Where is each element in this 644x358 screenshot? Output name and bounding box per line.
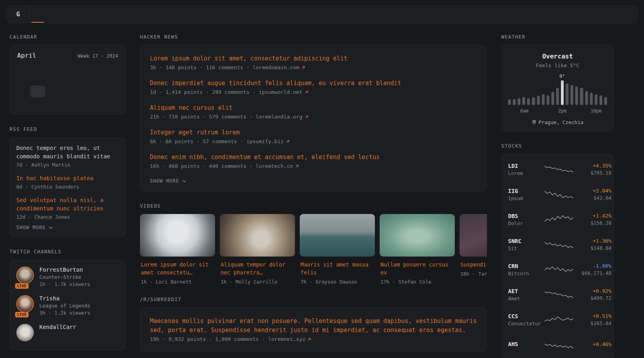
calendar-day[interactable]	[45, 86, 60, 97]
calendar-day[interactable]	[60, 74, 75, 86]
stock-id: SNRC Sit	[508, 238, 545, 251]
app-logo[interactable]: G	[7, 6, 30, 23]
stock-symbol[interactable]: AET	[508, 288, 545, 294]
external-link-icon[interactable]	[301, 66, 305, 70]
hackernews-item-title[interactable]: Aliquam nec cursus elit	[150, 103, 477, 113]
calendar-day[interactable]	[90, 97, 105, 109]
stock-name: Sit	[508, 245, 545, 251]
rss-item-title[interactable]: Sed volutpat nulla nisl, a condimentum n…	[16, 196, 119, 213]
calendar-day[interactable]	[16, 74, 30, 86]
stock-row[interactable]: IIG Ipsum +2.84% $42.04	[508, 182, 607, 207]
video-thumbnail[interactable]	[380, 214, 455, 257]
video-card[interactable]: Aliquam tempor dolor nec pharetra… 1h · …	[220, 214, 295, 285]
video-thumbnail[interactable]	[300, 214, 375, 257]
stock-symbol[interactable]: AHS	[508, 341, 545, 347]
page-tab[interactable]	[70, 6, 82, 23]
hackernews-item-title[interactable]: Integer eget rutrum lorem	[150, 128, 477, 137]
calendar-day[interactable]	[16, 97, 30, 109]
weather-location[interactable]: Prague, Czechia	[508, 119, 607, 125]
calendar-day[interactable]	[60, 97, 75, 109]
page-tab[interactable]	[57, 6, 70, 23]
stock-symbol[interactable]: DBS	[508, 213, 545, 219]
stock-row[interactable]: AET Amet +0.92% $499.72	[508, 282, 607, 307]
video-title[interactable]: Lorem ipsum dolor sit amet consectetu…	[141, 261, 214, 276]
video-title[interactable]: Mauris sit amet massa felis	[301, 261, 374, 276]
stock-values: +2.84% $42.04	[573, 188, 611, 201]
hackernews-item-title[interactable]: Donec enim nibh, condimentum et accumsan…	[150, 153, 477, 162]
calendar-day[interactable]	[30, 97, 45, 109]
subreddit-list: Maecenas mollis pulvinar erat non posuer…	[150, 317, 477, 342]
twitch-channel[interactable]: KendallCarr	[16, 324, 119, 341]
video-card[interactable]: Nullam posuere cursus ex 17h · Stefan Co…	[380, 214, 455, 285]
calendar-day[interactable]	[90, 86, 105, 97]
calendar-day[interactable]	[30, 74, 45, 86]
video-title[interactable]: Nullam posuere cursus ex	[380, 261, 454, 276]
calendar-day[interactable]	[16, 86, 30, 97]
stock-row[interactable]: LDI Lorem +4.35% $795.18	[508, 157, 607, 182]
video-card[interactable]: Mauris sit amet massa felis 7h · Grayson…	[300, 214, 375, 285]
stock-price: $795.18	[573, 170, 611, 176]
calendar-day[interactable]	[45, 97, 60, 109]
hackernews-item-title[interactable]: Donec imperdiet augue tincidunt felis al…	[150, 79, 477, 88]
calendar-day[interactable]	[45, 74, 60, 86]
channel-avatar	[16, 324, 34, 341]
calendar-day[interactable]	[75, 74, 90, 86]
video-thumbnail[interactable]	[460, 214, 487, 257]
twitch-channel[interactable]: LIVE ForrestBurton Counter-Strike 1h · 1…	[16, 267, 119, 287]
calendar-day-header	[16, 63, 30, 74]
stock-symbol[interactable]: CCS	[508, 313, 545, 319]
calendar-month[interactable]: April	[17, 52, 36, 59]
stock-symbol[interactable]: CRN	[508, 263, 545, 269]
calendar-day[interactable]	[30, 86, 45, 97]
stock-row[interactable]: CRN Bitcorn -1.00% $66,171.48	[508, 257, 607, 282]
stock-row[interactable]: AHS +0.46%	[508, 332, 607, 357]
external-link-icon[interactable]	[295, 164, 299, 168]
calendar-day[interactable]	[105, 86, 120, 97]
calendar-day[interactable]	[90, 74, 105, 86]
video-thumbnail[interactable]	[140, 214, 215, 257]
external-link-icon[interactable]	[286, 140, 290, 144]
external-link-icon[interactable]	[305, 115, 308, 119]
stock-symbol[interactable]: IIG	[508, 188, 545, 194]
rss-item-title[interactable]: In hac habitasse platea	[16, 174, 119, 183]
stock-symbol[interactable]: SNRC	[508, 238, 545, 244]
page-tab[interactable]	[31, 6, 44, 23]
stock-values: +4.35% $795.18	[573, 163, 611, 176]
channel-name[interactable]: ForrestBurton	[39, 267, 90, 273]
video-title[interactable]: Aliquam tempor dolor nec pharetra…	[221, 261, 294, 276]
weather-hour-bar	[551, 92, 554, 105]
video-card[interactable]: Suspendisse diam 18h · Tara	[460, 214, 487, 285]
calendar-day[interactable]	[60, 86, 75, 97]
video-title[interactable]: Suspendisse diam	[460, 261, 487, 268]
subreddit-post-title[interactable]: Maecenas mollis pulvinar erat non posuer…	[150, 317, 477, 335]
rss-item-meta: 8d · Cynthia Saunders	[16, 184, 119, 190]
hackernews-show-more-button[interactable]: SHOW MORE	[150, 178, 186, 184]
video-card[interactable]: Lorem ipsum dolor sit amet consectetu… 1…	[140, 214, 215, 285]
calendar-day[interactable]	[105, 74, 120, 86]
channel-game: League of Legends	[39, 303, 90, 309]
external-link-icon[interactable]	[305, 90, 308, 94]
channel-name[interactable]: Trisha	[39, 295, 90, 302]
hackernews-item-title[interactable]: Lorem ipsum dolor sit amet, consectetur …	[150, 54, 477, 63]
stock-row[interactable]: CCS Consectetur +0.51% $165.84	[508, 307, 607, 332]
weather-hour-bar	[522, 97, 525, 105]
external-link-icon[interactable]	[307, 337, 311, 341]
page-tab[interactable]	[44, 6, 57, 23]
hackernews-section-title: HACKER NEWS	[140, 34, 487, 40]
twitch-card: LIVE ForrestBurton Counter-Strike 1h · 1…	[10, 260, 126, 350]
stock-sparkline	[545, 265, 573, 275]
calendar-day[interactable]	[75, 97, 90, 109]
video-thumbnail[interactable]	[220, 214, 295, 257]
calendar-day[interactable]	[75, 86, 90, 97]
rss-item-title[interactable]: Donec tempor eros leo, ut commodo mauris…	[16, 144, 119, 161]
rss-item-meta: 12d · Chance Jones	[16, 214, 119, 220]
channel-name[interactable]: KendallCarr	[39, 324, 76, 330]
stock-symbol[interactable]: LDI	[508, 163, 545, 169]
stock-row[interactable]: DBS Dolor +1.42% $156.28	[508, 207, 607, 232]
twitch-channel[interactable]: LIVE Trisha League of Legends 3h · 1.2k …	[16, 295, 119, 316]
calendar-day[interactable]	[105, 97, 120, 109]
weather-time-labels: 6am2pm10pm	[508, 108, 607, 115]
stock-row[interactable]: SNRC Sit +1.36% $148.64	[508, 232, 607, 257]
weather-section-title: WEATHER	[501, 34, 614, 40]
rss-show-more-button[interactable]: SHOW MORE	[16, 225, 53, 230]
